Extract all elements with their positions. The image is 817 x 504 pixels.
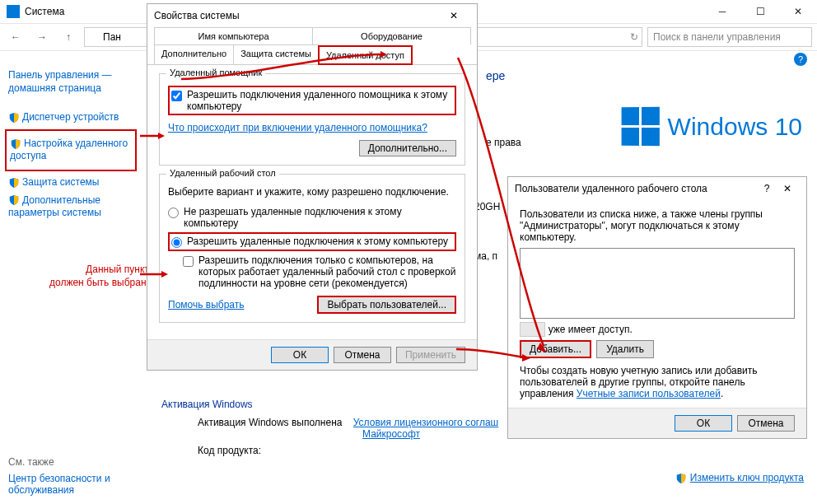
users-listbox[interactable] (520, 248, 795, 319)
tab-advanced[interactable]: Дополнительно (154, 44, 234, 64)
shield-icon (10, 138, 21, 150)
sidebar-item-system-protection[interactable]: Защита системы (8, 176, 133, 189)
cpu-fragment: 20GH (474, 201, 500, 212)
maximize-button[interactable]: ☐ (741, 0, 779, 23)
apply-button[interactable]: Применить (396, 347, 465, 363)
remote-users-dialog: Пользователи удаленного рабочего стола ?… (507, 176, 807, 439)
remote-assistance-group: Удаленный помощник Разрешить подключения… (159, 73, 465, 166)
back-button[interactable]: ← (5, 26, 26, 48)
advanced-button[interactable]: Дополнительно... (359, 140, 456, 156)
breadcrumb: Пан (103, 31, 121, 43)
shield-icon (8, 194, 20, 206)
shield-icon (8, 177, 20, 189)
footer-text: Чтобы создать новую учетную запись или д… (520, 365, 795, 399)
help-icon[interactable]: ? (794, 53, 807, 66)
activation-status: Активация Windows выполнена Условия лице… (198, 417, 498, 440)
up-button[interactable]: ↑ (58, 26, 79, 48)
cancel-button[interactable]: Отмена (334, 347, 391, 363)
current-user-chip (520, 322, 545, 337)
radio-disallow-remote[interactable]: Не разрешать удаленные подключения к это… (168, 206, 456, 229)
change-key[interactable]: Изменить ключ продукта (675, 472, 804, 484)
system-properties-dialog: Свойства системы ✕ Имя компьютера Оборуд… (147, 3, 478, 371)
window-title: Система (25, 6, 64, 17)
dialog2-cancel-button[interactable]: Отмена (737, 415, 795, 432)
tab-row-1: Имя компьютера Оборудование (147, 27, 477, 44)
tab-remote-access[interactable]: Удаленный доступ (318, 45, 413, 65)
dialog2-button-row: ОК Отмена (508, 408, 806, 438)
tab-row-2: Дополнительно Защита системы Удаленный д… (147, 44, 477, 65)
search-input[interactable]: Поиск в панели управления (647, 27, 812, 47)
dialog2-titlebar: Пользователи удаленного рабочего стола ?… (508, 177, 806, 200)
shield-icon (8, 112, 20, 124)
ms-link[interactable]: Майкрософт (362, 428, 498, 440)
heading-fragment: ере (486, 69, 505, 82)
ok-button[interactable]: ОК (271, 347, 329, 363)
close-button[interactable]: ✕ (779, 0, 817, 23)
tab-hardware[interactable]: Оборудование (312, 27, 471, 44)
windows-logo-icon (621, 107, 659, 146)
license-link[interactable]: Условия лицензионного соглаш (353, 417, 498, 428)
sidebar-item-remote-settings[interactable]: Настройка удаленного доступа (5, 129, 137, 171)
remote-desktop-group: Удаленный рабочий стол Выберите вариант … (159, 174, 465, 323)
monitor-icon (88, 31, 100, 43)
activation-heading: Активация Windows (161, 399, 253, 410)
annotation-text: Данный пункт должен быть выбран! (49, 264, 149, 289)
forward-button[interactable]: → (31, 26, 53, 48)
control-panel-home[interactable]: Панель управления — домашняя страница (8, 69, 133, 95)
product-code-label: Код продукта: (198, 445, 261, 456)
tab-system-protection[interactable]: Защита системы (233, 44, 319, 64)
dialog-help-button[interactable]: ? (759, 183, 775, 194)
security-center-link[interactable]: Центр безопасности и обслуживания (8, 473, 140, 496)
tab-computer-name[interactable]: Имя компьютера (154, 27, 313, 44)
nla-checkbox[interactable]: Разрешить подключения только с компьютер… (183, 254, 456, 289)
allow-remote-assistance-checkbox[interactable]: Разрешить подключения удаленного помощни… (168, 86, 456, 115)
dialog2-close-button[interactable]: ✕ (775, 183, 800, 194)
system-icon (7, 5, 20, 18)
user-accounts-link[interactable]: Учетные записи пользователей (577, 388, 721, 399)
remove-user-button[interactable]: Удалить (596, 340, 654, 358)
select-users-button[interactable]: Выбрать пользователей... (317, 296, 456, 314)
ram-fragment: ма, п (474, 250, 497, 262)
rights-fragment: е права (486, 137, 521, 148)
dialog-close-button[interactable]: ✕ (437, 10, 470, 21)
minimize-button[interactable]: ─ (703, 0, 741, 23)
remote-users-description: Пользователи из списка ниже, а также чле… (520, 208, 795, 243)
radio-allow-remote[interactable]: Разрешить удаленные подключения к этому … (168, 232, 456, 251)
access-note: уже имеет доступ. (520, 324, 795, 335)
remote-assistance-help-link[interactable]: Что происходит при включении удаленного … (168, 122, 427, 133)
left-nav: Панель управления — домашняя страница Ди… (0, 54, 142, 235)
dialog-button-row: ОК Отмена Применить (147, 339, 477, 370)
help-choose-link[interactable]: Помочь выбрать (168, 299, 245, 310)
sidebar-item-device-manager[interactable]: Диспетчер устройств (8, 111, 133, 124)
windows-logo: Windows 10 (621, 107, 802, 146)
dialog-titlebar: Свойства системы ✕ (147, 4, 477, 27)
sidebar-item-advanced-settings[interactable]: Дополнительные параметры системы (8, 194, 133, 220)
add-user-button[interactable]: Добавить... (520, 340, 591, 358)
refresh-icon[interactable]: ↻ (630, 31, 638, 43)
see-also: См. также Центр безопасности и обслужива… (8, 456, 140, 496)
dialog2-ok-button[interactable]: ОК (675, 415, 732, 432)
